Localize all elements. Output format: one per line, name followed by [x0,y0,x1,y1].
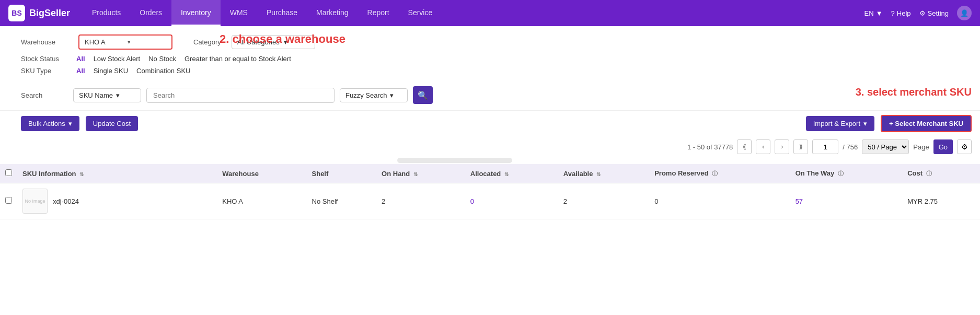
nav-products[interactable]: Products [83,0,130,26]
stock-status-gte[interactable]: Greater than or equal to Stock Alert [185,55,291,63]
brand-logo[interactable]: BS BigSeller [8,5,70,21]
inventory-table: SKU Information ⇅ Warehouse Shelf On Han… [0,164,980,219]
page-number-input[interactable] [812,139,838,154]
row-on-hand-cell: 2 [376,183,465,219]
row-shelf-cell: No Shelf [307,183,377,219]
th-on-hand: On Hand ⇅ [376,164,465,183]
warehouse-chevron-icon: ▾ [128,39,166,45]
nav-marketing[interactable]: Marketing [307,0,358,26]
search-type-value: SKU Name [79,91,113,99]
nav-purchase[interactable]: Purchase [257,0,307,26]
row-cost-cell: MYR 2.75 [902,183,980,219]
nav-right-controls: EN ▼ ? Help ⚙ Setting 👤 [864,6,972,20]
help-link[interactable]: ? Help [891,9,911,17]
promo-reserved-info-icon[interactable]: ⓘ [712,170,718,177]
table-row: No Image xdj-0024 KHO A No Shelf 2 [0,183,980,219]
brand-name: BigSeller [29,8,70,19]
row-checkbox-cell [0,183,17,219]
th-promo-reserved: Promo Reserved ⓘ [649,164,790,183]
th-on-the-way: On The Way ⓘ [790,164,903,183]
warehouse-label: Warehouse [21,38,68,46]
th-shelf: Shelf [307,164,377,183]
total-pages: / 756 [843,143,858,151]
pagination-bar: 1 - 50 of 37778 ⟪ ‹ › ⟫ / 756 50 / Page … [0,136,980,157]
update-cost-button[interactable]: Update Cost [86,116,138,131]
allocated-sort-icon[interactable]: ⇅ [504,171,509,177]
search-type-chevron-icon: ▾ [116,91,120,99]
table-settings-icon[interactable]: ⚙ [957,139,972,154]
user-avatar[interactable]: 👤 [957,6,972,20]
table-header-row: SKU Information ⇅ Warehouse Shelf On Han… [0,164,980,183]
stock-status-low[interactable]: Low Stock Alert [94,55,141,63]
horizontal-scrollbar[interactable] [397,158,512,163]
on-the-way-info-icon[interactable]: ⓘ [838,170,844,177]
prev-page-button[interactable]: ‹ [756,139,770,154]
on-hand-sort-icon[interactable]: ⇅ [413,171,418,177]
setting-link[interactable]: ⚙ Setting [919,9,949,17]
sku-type-single[interactable]: Single SKU [94,67,128,75]
select-merchant-sku-button[interactable]: + Select Merchant SKU [881,115,972,132]
row-checkbox[interactable] [5,197,12,204]
th-available: Available ⇅ [558,164,649,183]
sku-type-all[interactable]: All [76,67,85,75]
stock-status-no[interactable]: No Stock [148,55,176,63]
th-cost: Cost ⓘ [902,164,980,183]
nav-report[interactable]: Report [358,0,399,26]
cost-info-icon[interactable]: ⓘ [926,170,932,177]
last-page-button[interactable]: ⟫ [793,139,808,154]
top-navigation: BS BigSeller Products Orders Inventory W… [0,0,980,26]
go-button[interactable]: Go [933,139,953,154]
import-export-button[interactable]: Import & Export ▾ [806,116,874,131]
th-checkbox [0,164,17,183]
nav-service[interactable]: Service [399,0,442,26]
select-all-checkbox[interactable] [5,169,12,176]
sku-image: No Image [22,189,48,214]
step3-label: 3. select merchant SKU [856,86,972,98]
row-available-cell: 2 [558,183,649,219]
search-button[interactable]: 🔍 [413,86,433,104]
warehouse-value: KHO A [85,38,123,46]
search-label: Search [21,91,68,99]
page-label: Page [913,143,929,151]
language-selector[interactable]: EN ▼ [864,9,883,17]
nav-orders[interactable]: Orders [130,0,171,26]
search-type-dropdown[interactable]: SKU Name ▾ [73,88,141,102]
th-warehouse: Warehouse [217,164,306,183]
search-section: Search SKU Name ▾ Fuzzy Search ▾ 🔍 3. se… [0,82,980,110]
nav-inventory[interactable]: Inventory [171,0,221,26]
row-promo-reserved-cell: 0 [649,183,790,219]
bulk-chevron-icon: ▾ [68,120,72,127]
fuzzy-chevron-icon: ▾ [390,91,394,99]
th-sku-information: SKU Information ⇅ [17,164,217,183]
logo-icon: BS [8,5,25,21]
step2-label: 2. choose a warehouse [220,32,345,46]
search-input[interactable] [146,88,335,103]
sku-type-row: SKU Type All Single SKU Combination SKU [21,67,972,75]
row-sku-info-cell: No Image xdj-0024 [17,183,217,219]
warehouse-dropdown[interactable]: KHO A ▾ [78,34,172,50]
available-sort-icon[interactable]: ⇅ [596,171,601,177]
row-warehouse-cell: KHO A [217,183,306,219]
first-page-button[interactable]: ⟪ [737,139,752,154]
filter-section: 2. choose a warehouse Warehouse KHO A ▾ … [0,26,980,75]
main-content: ☰ 2. choose a warehouse Warehouse KHO A … [0,26,980,315]
action-bar: Bulk Actions ▾ Update Cost Import & Expo… [0,110,980,136]
import-export-chevron-icon: ▾ [863,120,867,127]
th-allocated: Allocated ⇅ [465,164,558,183]
page-size-select[interactable]: 50 / Page [862,139,909,154]
fuzzy-value: Fuzzy Search [345,91,387,99]
bulk-actions-button[interactable]: Bulk Actions ▾ [21,116,79,131]
sku-name[interactable]: xdj-0024 [53,197,79,205]
nav-menu: Products Orders Inventory WMS Purchase M… [83,0,864,26]
sku-type-label: SKU Type [21,67,68,75]
next-page-button[interactable]: › [775,139,789,154]
pagination-range: 1 - 50 of 37778 [687,143,733,151]
row-allocated-cell: 0 [465,183,558,219]
warehouse-category-row: Warehouse KHO A ▾ Category All Categorie… [21,34,972,50]
fuzzy-search-dropdown[interactable]: Fuzzy Search ▾ [340,88,408,102]
sku-type-combination[interactable]: Combination SKU [136,67,190,75]
nav-wms[interactable]: WMS [221,0,257,26]
stock-status-all[interactable]: All [76,55,85,63]
sku-sort-icon[interactable]: ⇅ [79,171,84,177]
stock-status-row: Stock Status All Low Stock Alert No Stoc… [21,55,972,63]
